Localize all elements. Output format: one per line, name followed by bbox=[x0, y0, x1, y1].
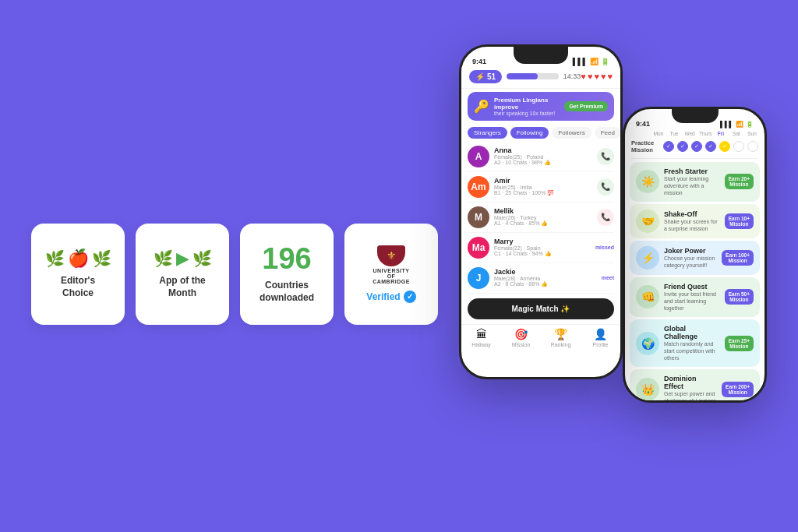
global-challenge-info: Global Challenge Match randomly and star… bbox=[664, 325, 720, 361]
heart-icon-2: ♥ bbox=[588, 72, 593, 81]
user-name-jackie: Jackie bbox=[494, 268, 597, 276]
practice-label: Practice Mission bbox=[631, 139, 654, 153]
phone-frame-left: 9:41 ▌▌▌ 📶 🔋 ⚡ 51 14:33 ♥ bbox=[459, 44, 623, 379]
section-divider bbox=[631, 158, 758, 159]
badge-icon-area-2: 🌿 ▶ 🌿 bbox=[154, 248, 212, 269]
nav-mission[interactable]: 🎯 Mission bbox=[501, 328, 541, 347]
friend-quest-desc: Invite your best friend and start learni… bbox=[664, 291, 720, 312]
joker-power-info: Joker Power Choose your mission category… bbox=[664, 247, 717, 269]
dominion-effect-desc: Get super power and challenge all Lingia… bbox=[664, 390, 717, 402]
app-of-month-card: 🌿 ▶ 🌿 App of the Month bbox=[136, 224, 229, 325]
user-meta-amir: Male(25) · IndiaB1 · 25 Chats · 100% 💯 bbox=[494, 185, 592, 196]
user-info-anna: Anna Female(25) · PolandA2 · 10 Chats · … bbox=[494, 146, 592, 166]
cambridge-card: UNIVERSITY OFCAMBRIDGE Verified ✓ bbox=[344, 224, 438, 325]
wifi-icon-r: 📶 bbox=[736, 121, 743, 128]
day-sat: Sat bbox=[730, 131, 743, 136]
cambridge-shield bbox=[377, 245, 405, 266]
premium-banner[interactable]: 🔑 Premium Lingians improve their speakin… bbox=[468, 92, 614, 121]
coin-value: 14:33 bbox=[563, 72, 581, 80]
xp-icon: ⚡ bbox=[475, 72, 485, 81]
check-mon: ✓ bbox=[663, 141, 674, 152]
mission-friend-quest[interactable]: 👊 Friend Quest Invite your best friend a… bbox=[630, 277, 760, 317]
progress-fill bbox=[507, 73, 538, 79]
user-list: A Anna Female(25) · PolandA2 · 10 Chats … bbox=[461, 142, 620, 294]
ranking-label: Ranking bbox=[551, 342, 571, 347]
joker-power-icon: ⚡ bbox=[636, 246, 659, 270]
verified-check-icon: ✓ bbox=[404, 291, 416, 303]
badge-icon-area: 🌿 🍎 🌿 bbox=[45, 248, 111, 269]
check-sat bbox=[733, 141, 744, 152]
fresh-starter-icon: ☀️ bbox=[636, 170, 659, 193]
user-name-amir: Amir bbox=[494, 177, 592, 185]
avatar-amir: Am bbox=[468, 176, 489, 198]
xp-badge: ⚡ 51 bbox=[469, 70, 502, 83]
magic-match-button[interactable]: Magic Match ✨ bbox=[468, 298, 614, 319]
user-info-jackie: Jackie Male(28) · ArmeniaA2 · 8 Chats · … bbox=[494, 268, 597, 287]
premium-button[interactable]: Get Premium bbox=[564, 101, 608, 111]
avatar-anna: A bbox=[468, 146, 489, 167]
cambridge-logo: UNIVERSITY OFCAMBRIDGE bbox=[372, 245, 411, 284]
apple-icon: 🍎 bbox=[68, 248, 89, 269]
user-item-anna: A Anna Female(25) · PolandA2 · 10 Chats … bbox=[468, 142, 614, 172]
dominion-effect-title: Dominion Effect bbox=[664, 375, 717, 390]
mission-joker-power[interactable]: ⚡ Joker Power Choose your mission catego… bbox=[630, 241, 760, 275]
heart-icon-4: ♥ bbox=[601, 72, 606, 81]
user-meta-anna: Female(25) · PolandA2 · 10 Chats · 98% 👍 bbox=[494, 154, 592, 166]
day-sun: Sun bbox=[746, 131, 758, 136]
call-btn-mellik[interactable]: 📞 bbox=[597, 209, 614, 226]
badges-section: 🌿 🍎 🌿 Editor's Choice 🌿 ▶ 🌿 App of the M… bbox=[31, 208, 438, 325]
call-btn-amir[interactable]: 📞 bbox=[597, 178, 614, 196]
tab-following[interactable]: Following bbox=[510, 127, 549, 139]
tab-followers[interactable]: Followers bbox=[552, 127, 591, 139]
nav-profile[interactable]: 👤 Profile bbox=[581, 328, 620, 347]
user-info-mellik: Mellik Male(26) · TurkeyA1 · 4 Chats · 8… bbox=[494, 207, 592, 227]
user-item-marry: Ma Marry Female(22) · SpainC1 · 14 Chats… bbox=[468, 233, 614, 263]
mission-dominion-effect[interactable]: 👑 Dominion Effect Get super power and ch… bbox=[630, 369, 760, 402]
hallway-label: Hallway bbox=[471, 342, 491, 347]
friend-quest-earn: Earn 50+Mission bbox=[725, 289, 754, 305]
tab-feed[interactable]: Feed bbox=[595, 127, 621, 139]
mission-label: Mission bbox=[512, 342, 531, 347]
user-name-marry: Marry bbox=[494, 238, 591, 245]
premium-text: Premium Lingians improve their speaking … bbox=[494, 97, 560, 116]
phone-tabs: Strangers Following Followers Feed bbox=[461, 124, 620, 142]
mission-fresh-starter[interactable]: ☀️ Fresh Starter Start your learning adv… bbox=[630, 162, 760, 202]
heart-icon-1: ♥ bbox=[581, 72, 586, 81]
user-item-amir: Am Amir Male(25) · IndiaB1 · 25 Chats · … bbox=[468, 172, 614, 203]
laurel-right-icon: 🌿 bbox=[92, 249, 111, 268]
play-icon: ▶ bbox=[176, 248, 189, 269]
user-item-mellik: M Mellik Male(26) · TurkeyA1 · 4 Chats ·… bbox=[468, 203, 614, 233]
signal-icon-r: ▌▌▌ bbox=[720, 121, 733, 128]
phone-notch-left bbox=[514, 47, 568, 64]
premium-line2: their speaking 10x faster! bbox=[494, 111, 560, 116]
phone-frame-right: 9:41 ▌▌▌ 📶 🔋 Mon Tue Wed Thurs Fri Sat S bbox=[623, 107, 767, 403]
laurel-right-icon-2: 🌿 bbox=[192, 249, 212, 268]
xp-value: 51 bbox=[487, 72, 496, 81]
signal-icon: ▌▌▌ bbox=[573, 58, 588, 65]
user-name-anna: Anna bbox=[494, 146, 592, 154]
days-header: Mon Tue Wed Thurs Fri Sat Sun bbox=[625, 129, 764, 138]
shake-off-icon: 🤝 bbox=[636, 210, 659, 233]
heart-icon-3: ♥ bbox=[594, 72, 599, 81]
heart-icon-5: ♥ bbox=[607, 72, 613, 81]
badge-row: 🌿 🍎 🌿 Editor's Choice 🌿 ▶ 🌿 App of the M… bbox=[31, 224, 438, 325]
nav-hallway[interactable]: 🏛 Hallway bbox=[461, 328, 501, 347]
call-btn-anna[interactable]: 📞 bbox=[597, 148, 614, 165]
day-tue: Tue bbox=[668, 131, 680, 136]
status-icons-left: ▌▌▌ 📶 🔋 bbox=[573, 58, 609, 65]
countries-label: Countries downloaded bbox=[260, 280, 314, 304]
nav-ranking[interactable]: 🏆 Ranking bbox=[541, 328, 581, 347]
app-of-month-label: App of the Month bbox=[159, 275, 205, 299]
friend-quest-info: Friend Quest Invite your best friend and… bbox=[664, 283, 720, 312]
mission-global-challenge[interactable]: 🌍 Global Challenge Match randomly and st… bbox=[630, 319, 760, 367]
profile-label: Profile bbox=[593, 342, 609, 347]
mission-shake-off[interactable]: 🤝 Shake-Off Shake your screen for a surp… bbox=[630, 204, 760, 238]
joker-power-title: Joker Power bbox=[664, 247, 717, 255]
avatar-marry: Ma bbox=[468, 237, 489, 259]
tab-strangers[interactable]: Strangers bbox=[468, 127, 507, 139]
mission-icon: 🎯 bbox=[514, 328, 528, 340]
progress-bar bbox=[507, 73, 559, 79]
hearts-area: ♥ ♥ ♥ ♥ ♥ bbox=[581, 72, 613, 81]
user-meta-marry: Female(22) · SpainC1 · 14 Chats · 94% 👍 bbox=[494, 245, 591, 257]
fresh-starter-desc: Start your learning adventure with a mis… bbox=[664, 175, 720, 196]
